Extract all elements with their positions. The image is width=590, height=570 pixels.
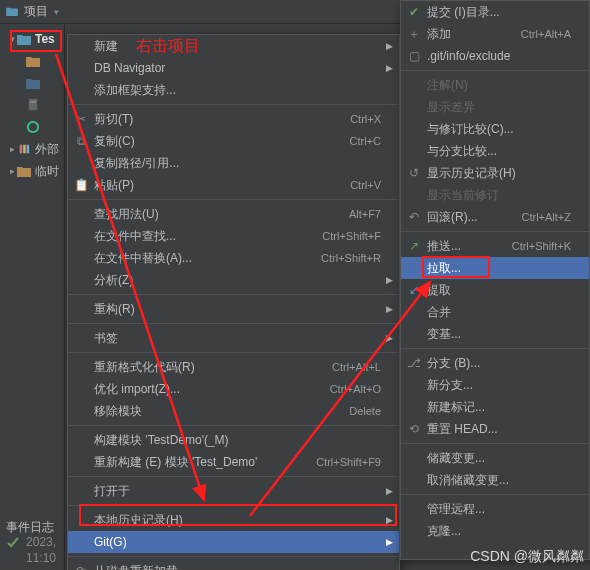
menu-copy-path[interactable]: 复制路径/引用... bbox=[68, 152, 399, 174]
menu-separator bbox=[401, 348, 589, 349]
menu-rebuild-module[interactable]: 重新构建 (E) 模块 'Test_Demo'Ctrl+Shift+F9 bbox=[68, 451, 399, 473]
fetch-icon: ↙ bbox=[407, 283, 421, 297]
tree-scratches-label: 临时 bbox=[35, 163, 59, 180]
menu-remove-module[interactable]: 移除模块Delete bbox=[68, 400, 399, 422]
git-push[interactable]: ↗推送...Ctrl+Shift+K bbox=[401, 235, 589, 257]
menu-local-history[interactable]: 本地历史记录(H)▶ bbox=[68, 509, 399, 531]
git-compare-revision[interactable]: 与修订比较(C)... bbox=[401, 118, 589, 140]
paste-icon: 📋 bbox=[74, 178, 88, 192]
git-commit-dir[interactable]: ✔提交 (I)目录... bbox=[401, 1, 589, 23]
git-rebase[interactable]: 变基... bbox=[401, 323, 589, 345]
reload-icon: ⟳ bbox=[74, 564, 88, 570]
submenu-arrow-icon: ▶ bbox=[386, 537, 393, 547]
tree-folder-2[interactable] bbox=[0, 72, 64, 94]
menu-add-framework[interactable]: 添加框架支持... bbox=[68, 79, 399, 101]
svg-rect-3 bbox=[20, 145, 23, 154]
project-panel-label[interactable]: 项目 bbox=[24, 3, 48, 20]
tree-file-1[interactable] bbox=[0, 94, 64, 116]
svg-rect-1 bbox=[30, 102, 35, 103]
add-icon: ＋ bbox=[407, 27, 421, 41]
git-clone[interactable]: 克隆... bbox=[401, 520, 589, 542]
expand-icon: ▾ bbox=[10, 34, 15, 44]
git-add[interactable]: ＋添加Ctrl+Alt+A bbox=[401, 23, 589, 45]
expand-icon: ▸ bbox=[10, 166, 15, 176]
git-reset-head[interactable]: ⟲重置 HEAD... bbox=[401, 418, 589, 440]
menu-optimize-imports[interactable]: 优化 import(Z)...Ctrl+Alt+O bbox=[68, 378, 399, 400]
menu-git[interactable]: Git(G)▶ bbox=[68, 531, 399, 553]
git-new-tag[interactable]: 新建标记... bbox=[401, 396, 589, 418]
menu-separator bbox=[68, 104, 399, 105]
menu-dbnavigator[interactable]: DB Navigator▶ bbox=[68, 57, 399, 79]
menu-open-in[interactable]: 打开于▶ bbox=[68, 480, 399, 502]
project-folder-icon bbox=[6, 5, 18, 19]
git-fetch[interactable]: ↙提取 bbox=[401, 279, 589, 301]
git-show-history[interactable]: ↺显示历史记录(H) bbox=[401, 162, 589, 184]
menu-find-usages[interactable]: 查找用法(U)Alt+F7 bbox=[68, 203, 399, 225]
project-tree-panel: ▾ Tes ▸ 外部 ▸ 临时 bbox=[0, 24, 65, 570]
copy-icon: ⧉ bbox=[74, 134, 88, 148]
project-folder-icon bbox=[17, 33, 31, 45]
menu-paste[interactable]: 📋粘贴(P)Ctrl+V bbox=[68, 174, 399, 196]
menu-separator bbox=[68, 199, 399, 200]
menu-replace-in-files[interactable]: 在文件中替换(A)...Ctrl+Shift+R bbox=[68, 247, 399, 269]
git-annotate: 注解(N) bbox=[401, 74, 589, 96]
rollback-icon: ↶ bbox=[407, 210, 421, 224]
git-stash[interactable]: 储藏变更... bbox=[401, 447, 589, 469]
submenu-arrow-icon: ▶ bbox=[386, 333, 393, 343]
tree-scratches[interactable]: ▸ 临时 bbox=[0, 160, 64, 182]
submenu-arrow-icon: ▶ bbox=[386, 63, 393, 73]
git-manage-remote[interactable]: 管理远程... bbox=[401, 498, 589, 520]
submenu-arrow-icon: ▶ bbox=[386, 41, 393, 51]
submenu-arrow-icon: ▶ bbox=[386, 304, 393, 314]
submenu-arrow-icon: ▶ bbox=[386, 515, 393, 525]
git-compare-branch[interactable]: 与分支比较... bbox=[401, 140, 589, 162]
menu-new[interactable]: 新建▶ bbox=[68, 35, 399, 57]
git-merge[interactable]: 合并 bbox=[401, 301, 589, 323]
git-exclude[interactable]: ▢.git/info/exclude bbox=[401, 45, 589, 67]
menu-separator bbox=[401, 494, 589, 495]
check-icon bbox=[6, 536, 20, 550]
tree-root-node[interactable]: ▾ Tes bbox=[0, 28, 64, 50]
menu-separator bbox=[68, 425, 399, 426]
menu-cut[interactable]: ✂剪切(T)Ctrl+X bbox=[68, 108, 399, 130]
file-icon bbox=[26, 99, 40, 111]
menu-bookmark[interactable]: 书签▶ bbox=[68, 327, 399, 349]
watermark-text: CSDN @微风粼粼 bbox=[470, 548, 584, 566]
menu-find-in-files[interactable]: 在文件中查找...Ctrl+Shift+F bbox=[68, 225, 399, 247]
status-timestamp: 2023, 11:10 bbox=[26, 534, 56, 566]
file-icon: ▢ bbox=[407, 49, 421, 63]
menu-separator bbox=[68, 323, 399, 324]
tree-root-label: Tes bbox=[35, 32, 55, 46]
git-rollback[interactable]: ↶回滚(R)...Ctrl+Alt+Z bbox=[401, 206, 589, 228]
project-dropdown-icon[interactable]: ▾ bbox=[54, 7, 59, 17]
submenu-arrow-icon: ▶ bbox=[386, 275, 393, 285]
expand-icon: ▸ bbox=[10, 144, 15, 154]
menu-copy[interactable]: ⧉复制(C)Ctrl+C bbox=[68, 130, 399, 152]
history-icon: ↺ bbox=[407, 166, 421, 180]
menu-separator bbox=[68, 476, 399, 477]
git-pull[interactable]: 拉取... bbox=[401, 257, 589, 279]
svg-rect-4 bbox=[23, 145, 26, 154]
svg-rect-0 bbox=[29, 99, 38, 110]
folder-icon bbox=[26, 55, 40, 67]
menu-separator bbox=[68, 352, 399, 353]
tree-file-2[interactable] bbox=[0, 116, 64, 138]
menu-separator bbox=[68, 505, 399, 506]
menu-reformat[interactable]: 重新格式化代码(R)Ctrl+Alt+L bbox=[68, 356, 399, 378]
git-show-diff: 显示差异 bbox=[401, 96, 589, 118]
git-new-branch[interactable]: 新分支... bbox=[401, 374, 589, 396]
git-branches[interactable]: ⎇分支 (B)... bbox=[401, 352, 589, 374]
tree-folder-1[interactable] bbox=[0, 50, 64, 72]
push-icon: ↗ bbox=[407, 239, 421, 253]
tree-ext-libs[interactable]: ▸ 外部 bbox=[0, 138, 64, 160]
menu-refactor[interactable]: 重构(R)▶ bbox=[68, 298, 399, 320]
menu-analyze[interactable]: 分析(Z)▶ bbox=[68, 269, 399, 291]
menu-reload-from-disk[interactable]: ⟳从磁盘重新加载 bbox=[68, 560, 399, 570]
scissors-icon: ✂ bbox=[74, 112, 88, 126]
git-unstash[interactable]: 取消储藏变更... bbox=[401, 469, 589, 491]
menu-separator bbox=[401, 231, 589, 232]
menu-build-module[interactable]: 构建模块 'TestDemo'(_M) bbox=[68, 429, 399, 451]
branch-icon: ⎇ bbox=[407, 356, 421, 370]
menu-separator bbox=[68, 556, 399, 557]
git-submenu: ✔提交 (I)目录... ＋添加Ctrl+Alt+A ▢.git/info/ex… bbox=[400, 0, 590, 560]
